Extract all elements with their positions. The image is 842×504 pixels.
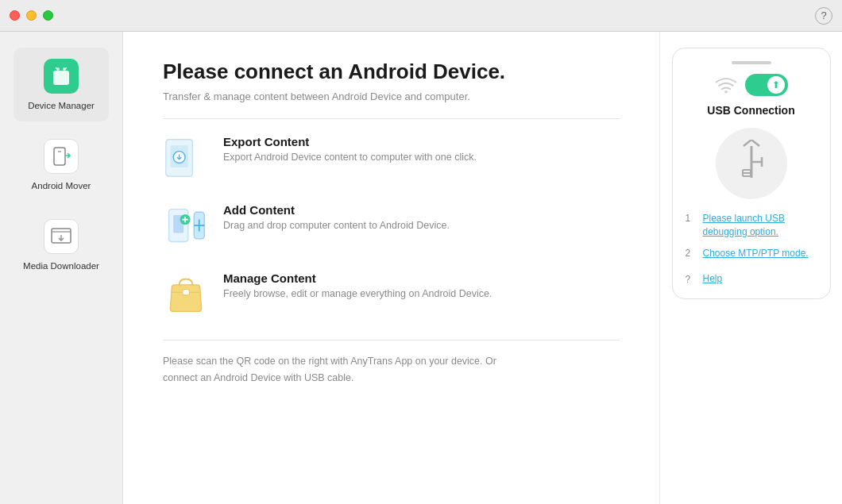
help-item: ? Help: [686, 272, 817, 286]
svg-rect-0: [53, 71, 69, 85]
export-content-description: Export Android Device content to compute…: [223, 152, 477, 163]
manage-content-description: Freely browse, edit or manage everything…: [223, 288, 492, 299]
media-downloader-icon: [44, 219, 79, 254]
manage-content-icon-wrapper: [163, 271, 209, 317]
device-card: ⬆ USB Connection: [672, 48, 831, 299]
title-bar: ?: [0, 0, 842, 32]
add-content-text: Add Content Drag and drop computer conte…: [223, 203, 450, 231]
close-button[interactable]: [10, 10, 20, 21]
manage-content-title: Manage Content: [223, 271, 492, 285]
media-downloader-icon-wrapper: [42, 217, 80, 256]
minimize-button[interactable]: [26, 10, 37, 21]
device-manager-icon: [44, 59, 79, 94]
connection-label: USB Connection: [707, 104, 794, 117]
bottom-text: Please scan the QR code on the right wit…: [163, 353, 620, 387]
help-link[interactable]: Help: [703, 272, 723, 286]
sidebar: Device Manager Android Mover: [0, 32, 123, 504]
sidebar-item-media-downloader-label: Media Downloader: [23, 260, 99, 272]
page-title: Please connect an Android Device.: [163, 60, 620, 84]
manage-content-icon: [164, 273, 207, 316]
add-content-description: Drag and drop computer content to Androi…: [223, 220, 450, 231]
top-divider: [163, 118, 620, 119]
export-content-icon-wrapper: [163, 135, 209, 181]
svg-rect-5: [54, 148, 65, 165]
sidebar-item-android-mover[interactable]: Android Mover: [14, 128, 109, 202]
feature-export-content: Export Content Export Android Device con…: [163, 135, 620, 181]
app-body: Device Manager Android Mover: [0, 32, 842, 504]
usb-toggle-knob: ⬆: [767, 76, 785, 94]
right-panel: ⬆ USB Connection: [659, 32, 842, 504]
svg-point-25: [724, 90, 728, 94]
export-content-icon: [164, 137, 207, 179]
sidebar-item-android-mover-label: Android Mover: [32, 180, 91, 192]
step-2-link[interactable]: Choose MTP/PTP mode.: [703, 247, 809, 260]
sidebar-item-device-manager-label: Device Manager: [28, 100, 95, 112]
maximize-button[interactable]: [43, 10, 53, 21]
feature-manage-content: Manage Content Freely browse, edit or ma…: [163, 271, 620, 317]
connection-tabs: ⬆: [715, 74, 788, 96]
sidebar-item-device-manager[interactable]: Device Manager: [14, 48, 109, 121]
export-content-title: Export Content: [223, 135, 477, 148]
help-button[interactable]: ?: [815, 7, 832, 25]
bottom-divider: [163, 340, 620, 340]
add-content-icon: [164, 205, 207, 248]
page-subtitle: Transfer & manage content between Androi…: [163, 90, 620, 102]
help-question-mark: ?: [686, 274, 697, 285]
device-manager-icon-wrapper: [42, 57, 80, 95]
step-item-2: 2 Choose MTP/PTP mode.: [686, 247, 817, 260]
step-1-number: 1: [686, 213, 697, 224]
svg-rect-24: [182, 289, 189, 294]
wifi-icon[interactable]: [715, 76, 737, 94]
usb-toggle-icon: ⬆: [772, 79, 780, 90]
usb-symbol-icon: [732, 140, 771, 187]
manage-content-text: Manage Content Freely browse, edit or ma…: [223, 271, 492, 299]
add-content-title: Add Content: [223, 203, 450, 217]
android-mover-icon-wrapper: [42, 137, 80, 175]
sidebar-item-media-downloader[interactable]: Media Downloader: [14, 208, 109, 282]
add-content-icon-wrapper: [163, 203, 209, 249]
step-1-link[interactable]: Please launch USB debugging option.: [703, 212, 817, 239]
step-list: 1 Please launch USB debugging option. 2 …: [686, 212, 817, 286]
device-card-topbar: [732, 61, 771, 64]
step-2-number: 2: [686, 248, 697, 259]
usb-toggle[interactable]: ⬆: [745, 74, 788, 96]
feature-add-content: Add Content Drag and drop computer conte…: [163, 203, 620, 249]
step-item-1: 1 Please launch USB debugging option.: [686, 212, 817, 239]
main-content: Please connect an Android Device. Transf…: [123, 32, 659, 504]
export-content-text: Export Content Export Android Device con…: [223, 135, 477, 163]
android-mover-icon: [44, 139, 79, 174]
usb-symbol-circle: [716, 128, 787, 199]
